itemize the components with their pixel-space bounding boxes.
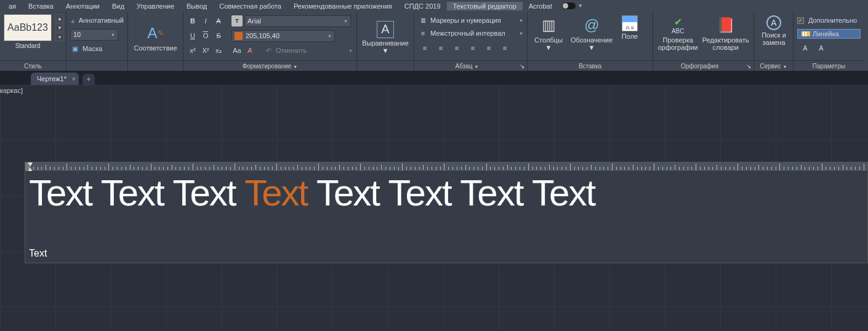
find-replace-button[interactable]: A Поиск и замена: [758, 14, 790, 60]
color-select[interactable]: 205,105,40▼: [231, 30, 335, 42]
alignment-button[interactable]: A Выравнивание▼: [361, 20, 410, 55]
strike2-button[interactable]: S: [213, 30, 224, 41]
panel-title: Параметры: [794, 60, 864, 71]
clear-format-button[interactable]: A̸: [244, 45, 255, 56]
paintbrush-icon: A✎: [146, 23, 166, 43]
chevron-down-icon[interactable]: ▼: [111, 33, 115, 37]
match-format-button[interactable]: A✎ Соответствие: [132, 22, 179, 53]
at-icon: @: [582, 15, 601, 35]
align-left-button[interactable]: ≡: [418, 42, 432, 54]
text-content[interactable]: Text Text Text Text Text Text Text Text: [25, 172, 867, 215]
panel-spacer: [128, 60, 183, 71]
sub-button[interactable]: x₂: [213, 45, 224, 56]
justify-button[interactable]: ≡: [466, 42, 480, 54]
alignment-icon: A: [377, 21, 394, 38]
panel-title: Стиль: [0, 60, 66, 71]
panel-title: Вставка: [528, 60, 653, 71]
columns-button[interactable]: ▥ Столбцы▼: [531, 14, 566, 60]
menu-item[interactable]: Аннотации: [60, 2, 106, 10]
chevron-down-icon[interactable]: ▼: [328, 34, 332, 38]
expand-icon[interactable]: ▾: [55, 33, 64, 41]
extra-button[interactable]: ✓ Дополнительно: [797, 14, 861, 26]
text-editor-box[interactable]: Text Text Text Text Text Text Text Text …: [25, 162, 868, 263]
cursor-text[interactable]: Text: [29, 248, 47, 259]
font-icon: T: [231, 15, 243, 26]
chevron-down-icon[interactable]: ▼: [344, 19, 348, 23]
italic-button[interactable]: I: [200, 15, 211, 26]
ribbon: AaBb123 Standard ▲ ▼ ▾ Стиль ⟁ Аннотатив…: [0, 12, 868, 71]
spellcheck-button[interactable]: ✔ABC Проверка орфографии: [657, 14, 699, 60]
strike-button[interactable]: A: [213, 15, 224, 26]
option-a-icon[interactable]: A: [800, 42, 811, 54]
menu-item[interactable]: СПДС 2019: [398, 2, 447, 10]
spacing-button[interactable]: ≡ Межстрочный интервал ▼: [418, 27, 523, 39]
menu-item-active[interactable]: Текстовый редактор: [447, 2, 523, 10]
document-tab[interactable]: Чертеж1* ×: [31, 73, 79, 85]
font-size-input[interactable]: 10▼: [70, 29, 118, 41]
menu-item[interactable]: Вид: [106, 2, 131, 10]
dictionary-button[interactable]: 📕 Редактировать словари: [701, 14, 750, 60]
scroll-up-icon[interactable]: ▲: [55, 14, 64, 23]
align-right-button[interactable]: ≡: [450, 42, 464, 54]
annotative-icon: ⟁: [70, 17, 76, 24]
mask-button[interactable]: ▣ Маска: [70, 42, 124, 55]
chevron-down-icon: ▼: [519, 18, 523, 23]
new-tab-button[interactable]: +: [82, 74, 95, 85]
ruler-button[interactable]: Линейка: [797, 29, 861, 39]
check-abc-icon: ✔ABC: [668, 15, 688, 35]
panel-title[interactable]: Сервис▼: [754, 60, 793, 71]
columns-icon: ▥: [539, 15, 558, 35]
distribute-button[interactable]: ≡: [498, 42, 512, 54]
line-spacing-icon: ≡: [418, 30, 428, 37]
field-icon: A ≡: [622, 15, 638, 31]
scroll-down-icon[interactable]: ▼: [55, 23, 64, 32]
sup2-button[interactable]: X²: [200, 45, 211, 56]
book-icon: 📕: [716, 15, 736, 35]
case-button[interactable]: Aa: [231, 45, 243, 56]
menu-bar: ая Вставка Аннотации Вид Управление Выво…: [0, 0, 868, 12]
annotative-button[interactable]: ⟁ Аннотативный: [70, 14, 124, 26]
option-b-icon[interactable]: A: [816, 42, 827, 54]
undo-button[interactable]: Отменить: [276, 47, 307, 54]
color-swatch: [235, 32, 243, 40]
menu-item[interactable]: Acrobat: [523, 2, 558, 10]
close-icon[interactable]: ×: [72, 75, 76, 82]
menu-item[interactable]: Вывод: [180, 2, 213, 10]
panel-title[interactable]: Форматирование▼: [183, 60, 356, 71]
field-button[interactable]: A ≡ Поле: [617, 14, 642, 60]
chevron-down-icon: ▼: [382, 47, 389, 54]
layer-label: каркас]: [0, 87, 23, 94]
panel-spacer: [66, 60, 127, 71]
chevron-down-icon: ▼: [519, 31, 523, 36]
menu-item[interactable]: Рекомендованные приложения: [287, 2, 398, 10]
bold-button[interactable]: B: [187, 15, 198, 26]
panel-spacer: [357, 60, 414, 71]
undo-icon: ↶: [263, 45, 274, 56]
checkbox-icon[interactable]: ✓: [797, 17, 804, 24]
sup-button[interactable]: x²: [187, 45, 198, 56]
drawing-canvas[interactable]: каркас] Text Text Text Text Text Text Te…: [0, 85, 868, 331]
bullets-button[interactable]: ≣ Маркеры и нумерация ▼: [418, 14, 523, 26]
list-icon: ≣: [418, 17, 428, 25]
find-icon: A: [766, 15, 781, 30]
text-ruler[interactable]: [25, 162, 867, 172]
style-name: Standard: [4, 42, 52, 49]
style-preview[interactable]: AaBb123: [4, 14, 52, 41]
menu-item[interactable]: Управление: [131, 2, 180, 10]
menu-item[interactable]: Вставка: [22, 2, 60, 10]
font-select[interactable]: Arial▼: [244, 15, 351, 27]
justify2-button[interactable]: ≡: [482, 42, 496, 54]
menu-item[interactable]: ая: [2, 2, 22, 10]
align-center-button[interactable]: ≡: [434, 42, 448, 54]
underline-button[interactable]: U: [187, 30, 198, 41]
mask-icon: ▣: [70, 45, 80, 53]
overline-button[interactable]: O: [200, 30, 211, 41]
chevron-down-icon[interactable]: ▼: [578, 3, 583, 9]
panel-title[interactable]: Абзац▼ ↘: [414, 60, 527, 71]
chevron-down-icon[interactable]: ▼: [348, 49, 353, 53]
ruler-icon: [802, 31, 810, 36]
symbol-button[interactable]: @ Обозначение▼: [568, 14, 615, 60]
toggle-switch[interactable]: [562, 2, 576, 9]
menu-item[interactable]: Совместная работа: [213, 2, 287, 10]
panel-title: Орфография ↘: [653, 60, 753, 71]
